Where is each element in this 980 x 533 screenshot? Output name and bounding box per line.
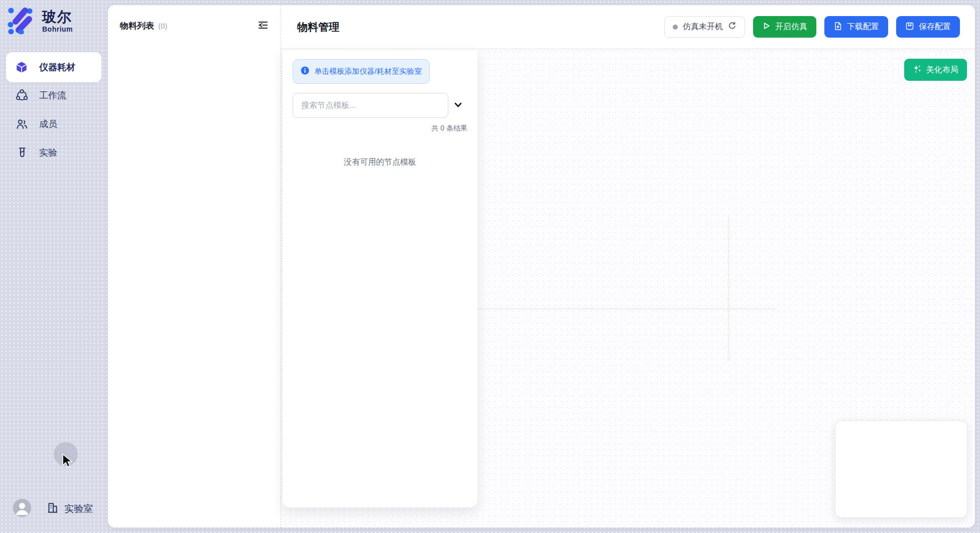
materials-list-count: (0) — [158, 22, 167, 30]
start-simulation-label: 开启仿真 — [775, 22, 807, 32]
app-root: 玻尔 Bohrium 仪器耗材 工作流 — [0, 0, 980, 533]
canvas-guide-vertical — [728, 216, 728, 361]
user-avatar[interactable] — [13, 499, 31, 517]
info-banner-text: 单击模板添加仪器/耗材至实验室 — [314, 67, 422, 76]
sidebar-footer: 实验室 — [0, 498, 108, 520]
sparkles-icon — [913, 64, 922, 75]
brand-name: 玻尔 Bohrium — [42, 9, 73, 33]
sidebar-item-label: 实验 — [39, 147, 57, 159]
layout-canvas[interactable]: 单击模板添加仪器/耗材至实验室 共 0 条结果 — [281, 49, 975, 527]
refresh-icon[interactable] — [728, 22, 737, 32]
brand-name-cn: 玻尔 — [42, 9, 73, 25]
template-search-input[interactable] — [293, 93, 448, 118]
beautify-layout-label: 美化布局 — [926, 65, 958, 75]
materials-list-title: 物料列表 — [120, 20, 154, 32]
save-config-button[interactable]: 保存配置 — [896, 16, 960, 38]
minimap[interactable] — [835, 421, 967, 518]
main-area: 物料管理 仿真未开机 — [281, 5, 975, 527]
save-icon — [905, 22, 914, 33]
empty-templates-message: 没有可用的节点模板 — [293, 157, 467, 168]
sidebar-item-label: 工作流 — [39, 89, 66, 101]
info-banner: 单击模板添加仪器/耗材至实验室 — [293, 59, 430, 84]
collapse-panel-button[interactable] — [257, 19, 270, 32]
sim-status-text: 仿真未开机 — [683, 22, 723, 32]
expand-categories-button[interactable] — [448, 95, 467, 115]
members-icon — [15, 117, 28, 130]
building-icon — [46, 501, 59, 516]
topbar-actions: 仿真未开机 — [664, 16, 960, 38]
sidebar-item-instruments[interactable]: 仪器耗材 — [6, 52, 101, 82]
sim-status-pill[interactable]: 仿真未开机 — [664, 16, 745, 38]
bohrium-logo-icon — [7, 6, 33, 36]
status-dot-icon — [673, 25, 678, 30]
workspace-label: 实验室 — [64, 502, 93, 515]
brand-name-en: Bohrium — [42, 25, 73, 33]
template-search-row — [293, 93, 467, 118]
play-icon — [762, 22, 771, 32]
results-count: 共 0 条结果 — [293, 124, 467, 133]
file-download-icon — [833, 22, 842, 33]
node-template-panel: 单击模板添加仪器/耗材至实验室 共 0 条结果 — [283, 49, 477, 507]
materials-list-header: 物料列表 (0) — [108, 5, 281, 32]
brand-logo: 玻尔 Bohrium — [7, 6, 73, 36]
topbar: 物料管理 仿真未开机 — [281, 5, 975, 49]
page-title: 物料管理 — [297, 20, 339, 34]
canvas-guide-horizontal — [477, 309, 776, 309]
test-tube-icon — [15, 146, 28, 159]
beautify-layout-button[interactable]: 美化布局 — [904, 59, 967, 81]
workspace-switcher[interactable]: 实验室 — [46, 498, 93, 520]
content-card: 物料列表 (0) 物料管理 — [108, 5, 975, 527]
download-config-label: 下载配置 — [847, 22, 879, 32]
sidebar-item-experiment[interactable]: 实验 — [6, 141, 101, 164]
sidebar-item-members[interactable]: 成员 — [6, 112, 101, 136]
sidebar-item-label: 成员 — [39, 118, 57, 130]
info-icon — [301, 66, 309, 77]
mouse-cursor — [61, 453, 74, 470]
start-simulation-button[interactable]: 开启仿真 — [753, 16, 816, 38]
cube-icon — [15, 61, 28, 74]
materials-list-panel: 物料列表 (0) — [108, 5, 281, 527]
chevron-down-icon — [453, 101, 463, 110]
download-config-button[interactable]: 下载配置 — [824, 16, 888, 38]
sidebar-item-label: 仪器耗材 — [39, 61, 75, 73]
collapse-panel-icon — [257, 19, 269, 33]
sidebar: 玻尔 Bohrium 仪器耗材 工作流 — [0, 0, 108, 533]
workflow-icon — [15, 89, 28, 102]
save-config-label: 保存配置 — [919, 22, 951, 32]
sidebar-item-workflow[interactable]: 工作流 — [6, 84, 101, 107]
